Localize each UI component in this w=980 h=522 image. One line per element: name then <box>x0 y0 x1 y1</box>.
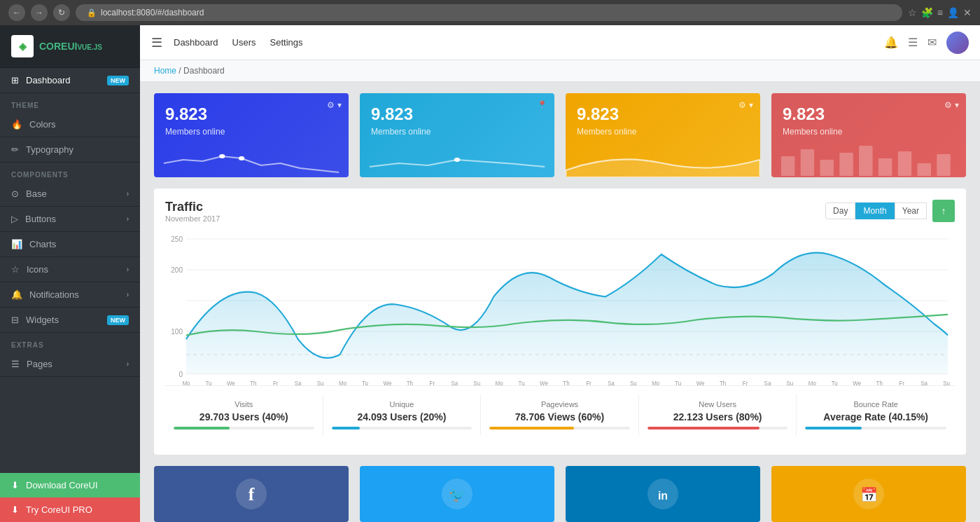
sidebar-item-widgets[interactable]: ⊟ Widgets NEW <box>0 308 140 333</box>
gear-icon-red: ⚙ <box>944 100 952 110</box>
social-card-twitter[interactable]: 🐦 <box>360 466 554 522</box>
browser-actions: ☆ 🧩 ≡ 👤 ✕ <box>908 7 972 18</box>
svg-text:Mo: Mo <box>808 380 816 385</box>
stat-card-label-yellow: Members online <box>577 127 749 137</box>
svg-rect-8 <box>878 158 892 176</box>
sidebar-item-colors[interactable]: 🔥 Colors <box>0 112 140 137</box>
stats-title-pageviews: Pageviews <box>489 400 630 408</box>
sparkline-lightblue <box>360 139 554 177</box>
sidebar-item-charts[interactable]: 📊 Charts <box>0 232 140 257</box>
stats-title-unique: Unique <box>332 400 472 408</box>
svg-rect-9 <box>898 151 911 176</box>
address-bar[interactable]: 🔒 localhost:8080/#/dashboard <box>76 4 902 21</box>
traffic-btn-day[interactable]: Day <box>825 202 855 219</box>
sidebar-item-label: Base <box>26 188 47 199</box>
svg-text:Su: Su <box>943 380 950 385</box>
sparkline-blue <box>154 139 349 177</box>
nav-link-dashboard[interactable]: Dashboard <box>174 37 218 48</box>
stat-card-actions-red[interactable]: ⚙ ▾ <box>944 100 959 110</box>
notifications-icon: 🔔 <box>11 289 22 300</box>
traffic-btn-month[interactable]: Month <box>855 202 894 219</box>
svg-text:in: in <box>658 490 668 502</box>
extension-button[interactable]: 🧩 <box>921 7 933 18</box>
stats-title-bouncerate: Bounce Rate <box>805 400 946 408</box>
chevron-right-icon: › <box>127 215 129 223</box>
sidebar-item-label: Pages <box>27 359 52 369</box>
calendar-icon: 📅 <box>851 476 886 511</box>
svg-text:Th: Th <box>407 380 414 385</box>
profile-button[interactable]: 👤 <box>947 7 959 18</box>
svg-text:Su: Su <box>317 380 324 385</box>
traffic-export-button[interactable]: ↑ <box>932 200 955 222</box>
stats-value-newusers: 22.123 Users (80%) <box>648 411 788 423</box>
svg-rect-5 <box>820 160 834 176</box>
svg-text:0: 0 <box>178 369 183 378</box>
sidebar-item-icons[interactable]: ☆ Icons › <box>0 257 140 282</box>
main-content: ☰ Dashboard Users Settings 🔔 ☰ ✉ Home / … <box>140 25 980 522</box>
stats-bar-newusers <box>648 427 788 430</box>
breadcrumb: Home / Dashboard <box>140 60 980 82</box>
list-icon[interactable]: ☰ <box>908 36 918 49</box>
sidebar-item-base[interactable]: ⊙ Base › <box>0 181 140 207</box>
chevron-right-icon: › <box>127 190 129 198</box>
svg-text:We: We <box>540 380 548 385</box>
sidebar-trypro-button[interactable]: ⬇ Try CoreUI PRO <box>0 497 140 522</box>
stat-card-red: ⚙ ▾ 9.823 Members online <box>771 93 966 177</box>
social-card-youtube[interactable]: 📅 <box>771 466 966 522</box>
menu-toggle-button[interactable]: ☰ <box>151 35 162 50</box>
stat-card-value: 9.823 <box>165 104 337 124</box>
traffic-btn-year[interactable]: Year <box>895 202 927 219</box>
refresh-button[interactable]: ↻ <box>53 4 70 21</box>
stats-bar-unique <box>332 427 472 430</box>
extras-section-label: EXTRAS <box>0 333 140 352</box>
close-button[interactable]: ✕ <box>963 7 972 18</box>
back-button[interactable]: ← <box>8 4 25 21</box>
bell-icon[interactable]: 🔔 <box>884 36 898 49</box>
svg-text:Tu: Tu <box>675 380 681 385</box>
sidebar-item-typography[interactable]: ✏ Typography <box>0 137 140 163</box>
stat-card-label: Members online <box>165 127 337 137</box>
svg-point-1 <box>239 156 244 160</box>
svg-text:Fr: Fr <box>586 380 592 385</box>
nav-link-settings[interactable]: Settings <box>270 37 303 48</box>
svg-text:f: f <box>248 484 255 504</box>
svg-rect-6 <box>839 153 853 176</box>
history-button[interactable]: ≡ <box>937 7 943 18</box>
svg-rect-4 <box>801 149 814 176</box>
traffic-title-group: Traffic November 2017 <box>165 200 220 223</box>
location-icon: 📍 <box>537 100 547 110</box>
forward-button[interactable]: → <box>31 4 48 21</box>
breadcrumb-home[interactable]: Home <box>154 66 176 76</box>
twitter-icon: 🐦 <box>440 476 475 511</box>
typography-icon: ✏ <box>11 144 19 155</box>
social-card-linkedin[interactable]: in <box>566 466 760 522</box>
stat-card-actions-lightblue[interactable]: 📍 <box>537 100 547 110</box>
svg-text:Fr: Fr <box>899 380 904 385</box>
sidebar-item-dashboard[interactable]: ⊞ Dashboard NEW <box>0 68 140 93</box>
components-section-label: COMPONENTS <box>0 163 140 181</box>
stats-bar-fill-visits <box>174 427 230 430</box>
stat-card-actions-yellow[interactable]: ⚙ ▾ <box>738 100 753 110</box>
app-wrapper: ◈ COREUIVUE.JS ⊞ Dashboard NEW THEME 🔥 C… <box>0 25 980 522</box>
widgets-icon: ⊟ <box>11 315 19 325</box>
svg-text:Sa: Sa <box>451 380 458 385</box>
star-button[interactable]: ☆ <box>908 7 917 18</box>
svg-text:Sa: Sa <box>608 380 615 385</box>
sidebar-logo[interactable]: ◈ COREUIVUE.JS <box>0 25 140 68</box>
stats-item-bouncerate: Bounce Rate Average Rate (40.15%) <box>797 394 955 435</box>
social-card-facebook[interactable]: f <box>154 466 349 522</box>
nav-link-users[interactable]: Users <box>232 37 256 48</box>
envelope-icon[interactable]: ✉ <box>927 36 937 49</box>
sidebar-item-buttons[interactable]: ▷ Buttons › <box>0 207 140 232</box>
logo-icon: ◈ <box>11 35 34 57</box>
svg-text:Fr: Fr <box>743 380 748 385</box>
avatar[interactable] <box>946 32 969 54</box>
svg-rect-11 <box>937 154 950 176</box>
facebook-icon: f <box>234 476 269 511</box>
pages-icon: ☰ <box>11 359 20 369</box>
sidebar-download-button[interactable]: ⬇ Download CoreUI <box>0 473 140 497</box>
stat-card-actions[interactable]: ⚙ ▾ <box>327 100 342 110</box>
sidebar-item-pages[interactable]: ☰ Pages › <box>0 352 140 377</box>
svg-text:Mo: Mo <box>182 380 190 385</box>
sidebar-item-notifications[interactable]: 🔔 Notifications › <box>0 282 140 308</box>
